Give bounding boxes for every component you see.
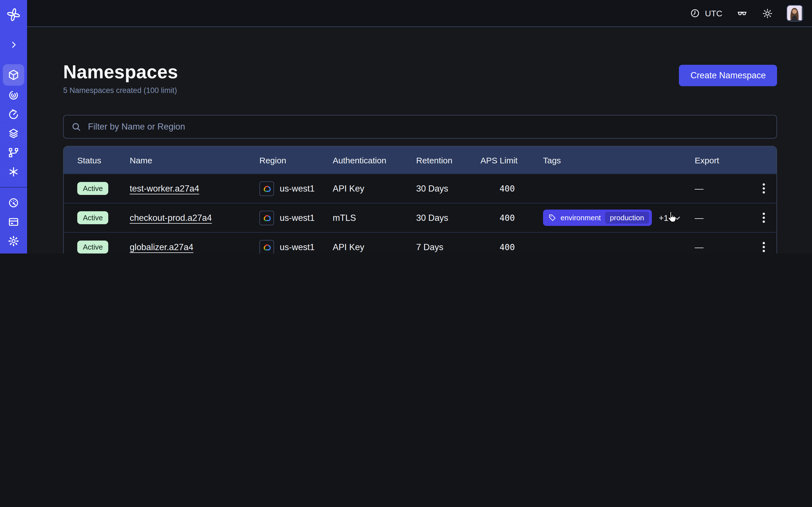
tag-pill[interactable]: environment production xyxy=(543,210,652,226)
kebab-icon xyxy=(762,242,765,252)
status-badge: Active xyxy=(77,241,109,253)
sidebar-item-namespaces[interactable] xyxy=(3,64,24,86)
create-namespace-button[interactable]: Create Namespace xyxy=(679,65,777,86)
user-avatar[interactable] xyxy=(786,5,803,21)
namespace-link[interactable]: checkout-prod.a27a4 xyxy=(130,213,212,223)
namespace-count-subtitle: 5 Namespaces created (100 limit) xyxy=(63,87,178,95)
tag-key: environment xyxy=(560,214,601,222)
auth-cell: API Key xyxy=(333,242,416,252)
sidebar-item-billing[interactable] xyxy=(2,212,25,231)
sidebar-item-batch-operations[interactable] xyxy=(2,143,25,162)
aps-limit-value: 400 xyxy=(500,213,515,223)
filter-searchbar xyxy=(63,115,777,139)
table-header-row: Status Name Region Authentication Retent… xyxy=(64,147,776,174)
auth-cell: mTLS xyxy=(333,213,416,223)
namespace-link[interactable]: globalizer.a27a4 xyxy=(130,242,193,252)
timezone-label: UTC xyxy=(705,8,722,18)
sidebar: $ 2.35.1 xyxy=(0,0,27,253)
app-window: $ 2.35.1 UTC Namespaces 5 Namespaces cre… xyxy=(0,0,812,253)
col-header-region: Region xyxy=(259,156,333,165)
row-menu-button[interactable] xyxy=(760,210,767,226)
retention-cell: 7 Days xyxy=(416,242,480,252)
col-header-aps-limit: APS Limit xyxy=(480,156,543,165)
sidebar-item-spiral[interactable] xyxy=(2,86,25,105)
page-header: Namespaces 5 Namespaces created (100 lim… xyxy=(63,62,777,95)
tag-expand-button[interactable] xyxy=(673,214,682,223)
topbar: UTC xyxy=(27,0,812,27)
table-row: Active test-worker.a27a4 us-west1 API Ke… xyxy=(64,174,776,203)
gcp-cloud-icon xyxy=(259,181,274,196)
accessibility-glasses-button[interactable] xyxy=(736,7,748,19)
retention-cell: 30 Days xyxy=(416,184,480,194)
export-cell: — xyxy=(695,242,743,252)
col-header-retention: Retention xyxy=(416,156,480,165)
main-content: Namespaces 5 Namespaces created (100 lim… xyxy=(27,27,812,253)
region-label: us-west1 xyxy=(280,242,315,252)
gear-icon xyxy=(7,235,20,247)
gauge-icon xyxy=(7,196,20,209)
gcp-cloud-icon xyxy=(259,211,274,225)
namespace-link[interactable]: test-worker.a27a4 xyxy=(130,184,199,194)
timezone-selector[interactable]: UTC xyxy=(690,8,722,18)
region-label: us-west1 xyxy=(280,184,315,194)
sidebar-item-nexus[interactable] xyxy=(2,162,25,181)
sidebar-expand-button[interactable] xyxy=(2,35,25,54)
sidebar-divider xyxy=(0,187,27,187)
kebab-icon xyxy=(762,213,765,223)
chevron-right-icon xyxy=(9,40,18,49)
sidebar-item-deployments[interactable] xyxy=(2,124,25,143)
tag-more-count: +1 xyxy=(659,213,668,223)
gcp-cloud-icon xyxy=(259,240,274,253)
col-header-tags: Tags xyxy=(543,156,695,165)
col-header-name: Name xyxy=(130,156,259,165)
sidebar-item-schedules[interactable] xyxy=(2,105,25,124)
namespaces-cube-icon xyxy=(7,69,20,81)
asterisk-icon xyxy=(7,166,20,178)
col-header-authentication: Authentication xyxy=(333,156,416,165)
glasses-icon xyxy=(736,7,748,19)
namespaces-table: Status Name Region Authentication Retent… xyxy=(63,146,777,253)
clock-icon xyxy=(690,8,700,18)
billing-card-icon xyxy=(7,216,20,228)
avatar-image xyxy=(787,6,802,20)
table-row: Active checkout-prod.a27a4 us-west1 mTLS… xyxy=(64,203,776,232)
row-menu-button[interactable] xyxy=(760,181,767,196)
col-header-export: Export xyxy=(695,156,743,165)
row-menu-button[interactable] xyxy=(760,240,767,253)
sidebar-item-usage[interactable] xyxy=(2,193,25,212)
tag-value: production xyxy=(605,212,649,224)
auth-cell: API Key xyxy=(333,184,416,194)
temporal-logo xyxy=(2,4,25,25)
theme-toggle-button[interactable] xyxy=(762,8,773,19)
filter-input[interactable] xyxy=(87,121,769,133)
kebab-icon xyxy=(762,183,765,194)
export-cell: — xyxy=(695,213,743,223)
spiral-target-icon xyxy=(7,89,20,101)
col-header-status: Status xyxy=(77,156,130,165)
aps-limit-value: 400 xyxy=(500,242,515,252)
sun-icon xyxy=(762,8,773,19)
status-badge: Active xyxy=(77,212,109,224)
retention-cell: 30 Days xyxy=(416,213,480,223)
aps-limit-value: 400 xyxy=(500,184,515,194)
status-badge: Active xyxy=(77,182,109,195)
tags-cell: environment production +1 xyxy=(543,210,695,226)
layers-icon xyxy=(7,127,20,140)
sidebar-item-settings[interactable] xyxy=(2,231,25,251)
page-title: Namespaces xyxy=(63,62,178,82)
chevron-down-icon xyxy=(673,214,682,223)
tag-icon xyxy=(548,214,557,222)
region-label: us-west1 xyxy=(280,213,315,223)
pipeline-branch-icon xyxy=(7,147,20,159)
timer-icon xyxy=(7,108,20,121)
export-cell: — xyxy=(695,184,743,194)
table-row: Active globalizer.a27a4 us-west1 API Key… xyxy=(64,232,776,253)
search-icon xyxy=(71,122,81,132)
